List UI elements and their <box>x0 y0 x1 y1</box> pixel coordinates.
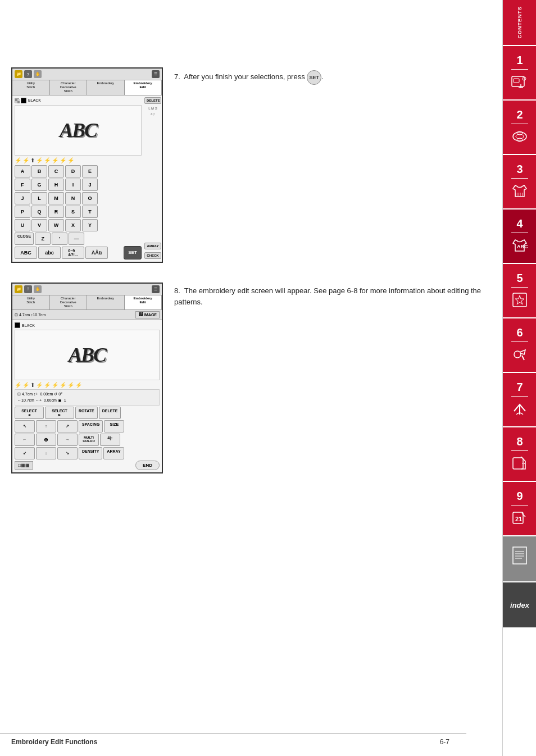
key-ABC[interactable]: ABC <box>15 247 37 259</box>
nav-center[interactable]: ⊕ <box>36 434 56 446</box>
key-I[interactable]: I <box>65 179 81 191</box>
set-button-screen1[interactable]: SET <box>124 246 142 259</box>
folder-icon[interactable]: 📁 <box>15 70 22 78</box>
tab-embroidery-edit[interactable]: EmbroideryEdit <box>125 80 162 95</box>
select-prev-button[interactable]: SELECT◄ <box>15 407 44 419</box>
key-J2[interactable]: J <box>15 192 30 204</box>
nav-right[interactable]: → <box>57 434 78 446</box>
key-G[interactable]: G <box>31 179 47 191</box>
pattern-layout-button[interactable]: 4|↑ <box>100 434 120 446</box>
key-D[interactable]: D <box>65 165 81 177</box>
key-S[interactable]: S <box>65 206 81 218</box>
nav-up-left[interactable]: ↖ <box>15 420 35 432</box>
key-J[interactable]: J <box>82 179 98 191</box>
needle-row: ⚡ ⚡ ⬆ ⚡ ⚡ ⚡ ⚡ ⚡ <box>15 157 142 163</box>
nav-up[interactable]: ↑ <box>36 420 56 432</box>
index-label: index <box>510 601 529 609</box>
array-button[interactable]: ARRAY <box>144 243 161 249</box>
key-R[interactable]: R <box>48 206 64 218</box>
key-dash[interactable]: — <box>69 233 84 245</box>
sidebar-tab-contents[interactable]: contents <box>503 0 536 45</box>
sidebar-tab-ch2[interactable]: 2 <box>503 101 536 154</box>
key-U[interactable]: U <box>15 219 30 231</box>
sidebar-tab-ch3[interactable]: 3 <box>503 155 536 208</box>
folder-icon-2[interactable]: 📁 <box>15 285 22 293</box>
size-info: ⊡ 4.7cm ↕10.7cm <box>15 313 46 317</box>
key-M[interactable]: M <box>48 192 64 204</box>
sidebar-tab-ch4[interactable]: 4 ABC <box>503 210 536 263</box>
color-indicator-2: BLACK <box>15 322 160 328</box>
close-button[interactable]: CLOSE <box>15 233 34 245</box>
density-button[interactable]: DENSITY <box>79 447 102 459</box>
delete-button[interactable]: DELETE <box>144 97 161 104</box>
instruction-8-text: 8. The embroidery edit screen will appea… <box>174 285 484 309</box>
key-L[interactable]: L <box>31 192 47 204</box>
color-box-black-2 <box>15 322 20 328</box>
sidebar-tab-index[interactable]: index <box>503 582 536 627</box>
help-icon[interactable]: ? <box>24 70 32 78</box>
key-apostrophe[interactable]: ' <box>52 233 67 245</box>
nav-left[interactable]: ← <box>15 434 35 446</box>
key-special[interactable]: ÀÂü <box>85 247 108 259</box>
key-N[interactable]: N <box>65 192 81 204</box>
spacing-button[interactable]: SPACING <box>79 420 103 432</box>
end-button[interactable]: END <box>135 461 160 470</box>
ch7-number: 7 <box>516 381 523 394</box>
tab2-utility-stitch[interactable]: UtilityStitch <box>12 295 50 310</box>
sidebar-tab-ch5[interactable]: 5 <box>503 264 536 317</box>
rotate-button[interactable]: ROTATE <box>75 407 98 419</box>
multicolor-button[interactable]: MULTICOLOR <box>79 434 99 446</box>
nav-down-left[interactable]: ↙ <box>15 447 35 459</box>
nav-up-right[interactable]: ↗ <box>57 420 78 432</box>
key-C[interactable]: C <box>48 165 64 177</box>
key-B[interactable]: B <box>31 165 47 177</box>
array-button-2[interactable]: ARRAY <box>103 447 124 459</box>
screen2-body-wrapper: BLACK ABC ⚡ ⚡ ⬆ ⚡ ⚡ ⚡ <box>12 320 162 472</box>
sidebar-tab-ch1[interactable]: 1 <box>503 46 536 99</box>
key-P[interactable]: P <box>15 206 30 218</box>
nav-down[interactable]: ↓ <box>36 447 56 459</box>
sidebar-tab-ch7[interactable]: 7 <box>503 373 536 426</box>
key-A[interactable]: A <box>15 165 30 177</box>
bottom-row: ABC abc 0~9&?!... ÀÂü SET <box>15 246 142 259</box>
key-numbers[interactable]: 0~9&?!... <box>62 247 84 259</box>
hand-icon[interactable]: ✋ <box>34 70 42 78</box>
image-button[interactable]: 🖼 IMAGE <box>135 311 160 318</box>
check-button[interactable]: CHECK <box>144 252 161 259</box>
menu-icon-2[interactable]: ☰ <box>152 285 160 293</box>
grid-view-button[interactable]: □▦▦ <box>15 461 33 470</box>
sidebar-tab-ch8[interactable]: 8 <box>503 427 536 481</box>
tab2-embroidery[interactable]: Embroidery <box>87 295 125 310</box>
hand-icon-2[interactable]: ✋ <box>34 285 42 293</box>
delete-button-2[interactable]: DELETE <box>99 407 121 419</box>
key-Z[interactable]: Z <box>35 233 51 245</box>
key-X[interactable]: X <box>65 219 81 231</box>
key-abc[interactable]: abc <box>38 247 61 259</box>
sidebar-tab-notes[interactable] <box>503 536 536 581</box>
tab-utility-stitch[interactable]: UtilityStitch <box>12 80 50 95</box>
key-T[interactable]: T <box>82 206 98 218</box>
key-row-1: A B C D E <box>15 165 142 177</box>
svg-line-16 <box>522 356 524 360</box>
key-E[interactable]: E <box>82 165 98 177</box>
tab-character-stitch[interactable]: CharacterDecorativeStitch <box>50 80 88 95</box>
select-next-button[interactable]: SELECT► <box>45 407 74 419</box>
nav-down-right[interactable]: ↘ <box>57 447 78 459</box>
key-O[interactable]: O <box>82 192 98 204</box>
svg-point-5 <box>513 132 526 141</box>
key-Y[interactable]: Y <box>82 219 98 231</box>
tab-embroidery[interactable]: Embroidery <box>87 80 125 95</box>
key-W[interactable]: W <box>48 219 64 231</box>
tab2-embroidery-edit[interactable]: EmbroideryEdit <box>125 295 162 310</box>
notes-icon <box>510 545 530 573</box>
help-icon-2[interactable]: ? <box>24 285 32 293</box>
tab2-character-stitch[interactable]: CharacterDecorativeStitch <box>50 295 88 310</box>
size-button[interactable]: SIZE <box>104 420 124 432</box>
key-V[interactable]: V <box>31 219 47 231</box>
key-H[interactable]: H <box>48 179 64 191</box>
key-F[interactable]: F <box>15 179 30 191</box>
menu-icon[interactable]: ☰ <box>152 70 160 78</box>
sidebar-tab-ch9[interactable]: 9 21 <box>503 482 536 535</box>
sidebar-tab-ch6[interactable]: 6 <box>503 318 536 372</box>
key-Q[interactable]: Q <box>31 206 47 218</box>
